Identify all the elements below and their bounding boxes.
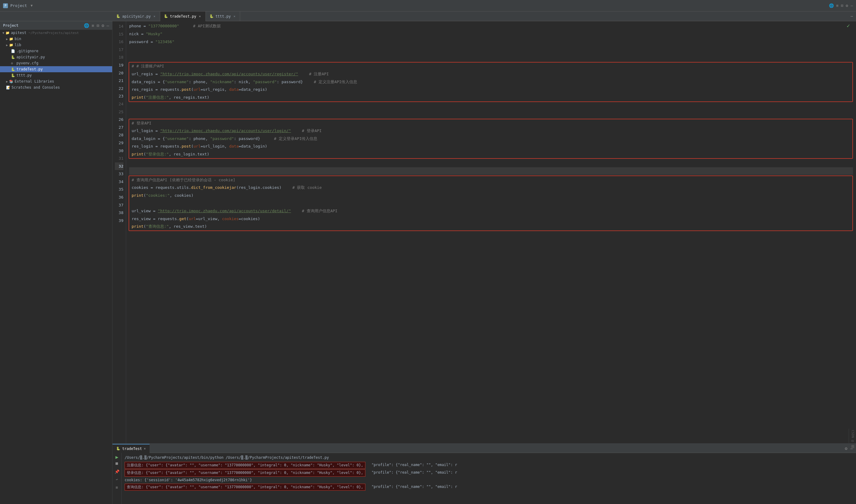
tree-label-external-libs: External Libraries xyxy=(15,79,54,84)
sidebar-item-apitest[interactable]: ▼ 📁 apitest ~/PycharmProjects/apitest xyxy=(0,30,112,36)
main-layout: Project 🌐 ≡ ⊟ ⚙ — ▼ 📁 apitest ~/PycharmP… xyxy=(0,21,856,504)
code-line-39: print("查询信息:", res_view.text) xyxy=(132,223,850,231)
sidebar-item-gitignore[interactable]: 📄 .gitignore xyxy=(0,48,112,54)
run-panel: 🐍 tradeTest ✕ ⚙ — ▶ ⏹ 📌 ↩ ≡ xyxy=(113,443,856,504)
red-block-register: # # 注册账户API url_regis = "http://trip.imo… xyxy=(129,62,853,102)
run-sidebar: ▶ ⏹ 📌 ↩ ≡ xyxy=(113,453,122,504)
run-play-btn[interactable]: ▶ xyxy=(116,454,119,460)
tab-apicityair[interactable]: 🐍 apicityair.py ✕ xyxy=(113,12,160,21)
code-line-33: # 查询用户信息API [依赖于已经登录的会话 - cookie] xyxy=(132,176,850,184)
code-line-38: res_view = requests.get(url=url_view, co… xyxy=(132,215,850,223)
output-highlight-1: 注册信息: {"user": {"avatar": "", "username"… xyxy=(125,462,365,469)
tree-label-lib: lib xyxy=(15,43,21,47)
code-line-25 xyxy=(129,110,853,119)
sidebar-item-external-libs[interactable]: ▶ 📚 External Libraries xyxy=(0,78,112,85)
sidebar-item-tradetest[interactable]: 🐍 tradeTest.py xyxy=(0,66,112,72)
code-line-16: password = "123456" xyxy=(129,38,853,46)
run-content: ▶ ⏹ 📌 ↩ ≡ /Users/▒.▒/PycharmProjects/api… xyxy=(113,453,856,504)
chevron-down-icon: ▼ xyxy=(2,31,4,35)
output-highlight-2: 登录信息: {"user": {"avatar": "", "username"… xyxy=(125,469,365,476)
bin-folder-icon: 📁 xyxy=(9,37,13,41)
sidebar-split-icon[interactable]: ⊟ xyxy=(97,23,99,28)
watermark: CSDN @浏览力量的知点 xyxy=(849,429,856,443)
sidebar-item-tttt[interactable]: 🐍 tttt.py xyxy=(0,72,112,78)
run-tab-close-icon[interactable]: ✕ xyxy=(144,447,146,451)
sidebar: Project 🌐 ≡ ⊟ ⚙ — ▼ 📁 apitest ~/PycharmP… xyxy=(0,21,113,504)
run-command-line: /Users/▒.▒/PycharmProjects/apitest/bin/p… xyxy=(125,455,853,461)
py-file-icon-2: 🐍 xyxy=(11,67,15,71)
run-pin-icon[interactable]: 📌 xyxy=(115,469,119,474)
py-icon-2: 🐍 xyxy=(164,14,168,18)
code-line-31 xyxy=(129,159,853,167)
tree-label-apicityair: apicityair.py xyxy=(16,55,45,59)
run-stop-btn[interactable]: ⏹ xyxy=(115,461,119,466)
globe-icon[interactable]: 🌐 xyxy=(829,3,834,8)
py-icon-1: 🐍 xyxy=(116,14,120,18)
red-block-query: # 查询用户信息API [依赖于已经登录的会话 - cookie] cookie… xyxy=(129,176,853,231)
code-content[interactable]: phone = "13770000000" # API测试数据 nick = "… xyxy=(126,21,856,443)
code-line-32 xyxy=(129,167,853,175)
minimize-icon[interactable]: — xyxy=(851,3,853,8)
output-line-3: cookies: {'sessionid': '4w45a4m5782hxig6… xyxy=(125,477,853,483)
root-folder-icon: 📁 xyxy=(5,31,10,35)
run-tab-tradetest[interactable]: 🐍 tradeTest ✕ xyxy=(113,444,150,453)
project-icon: P xyxy=(3,3,8,8)
lines-icon[interactable]: ≡ xyxy=(836,3,839,8)
sidebar-minimize-icon[interactable]: — xyxy=(107,23,109,28)
output-line-1: 注册信息: {"user": {"avatar": "", "username"… xyxy=(125,462,853,469)
sidebar-globe-icon[interactable]: 🌐 xyxy=(84,23,89,28)
tab-close-tttt[interactable]: ✕ xyxy=(233,15,236,18)
code-editor[interactable]: 14 15 16 17 18 19 20 21 22 23 24 25 26 2… xyxy=(113,21,856,443)
run-controls: ⚙ — xyxy=(842,446,856,451)
chevron-right-icon-lib: ▶ xyxy=(6,43,8,47)
run-close-icon[interactable]: — xyxy=(851,446,853,451)
sidebar-item-apicityair[interactable]: 🐍 apicityair.py xyxy=(0,54,112,60)
run-scroll-icon[interactable]: ≡ xyxy=(116,485,118,490)
code-line-20: url_regis = "http://trip.imooc.zhaedu.co… xyxy=(132,70,850,78)
sidebar-actions: 🌐 ≡ ⊟ ⚙ — xyxy=(84,23,109,28)
output-line-4: 查询信息: {"user": {"avatar": "", "username"… xyxy=(125,484,853,491)
run-tab-label: tradeTest xyxy=(122,447,142,451)
code-line-36 xyxy=(132,199,850,208)
run-settings-icon[interactable]: ⚙ xyxy=(845,446,847,451)
more-tabs-btn[interactable]: ⋯ xyxy=(848,14,856,19)
run-wrap-icon[interactable]: ↩ xyxy=(116,478,118,482)
tab-label-tradetest: tradeTest.py xyxy=(170,14,196,19)
tab-tradetest[interactable]: 🐍 tradeTest.py ✕ xyxy=(160,12,206,21)
sidebar-item-lib[interactable]: ▶ 📁 lib xyxy=(0,42,112,48)
gear-icon[interactable]: ⚙ xyxy=(846,3,848,8)
tree-label-tradetest: tradeTest.py xyxy=(16,67,43,71)
title-text: Project xyxy=(10,3,27,8)
cfg-file-icon: ⚙ xyxy=(11,61,15,65)
tab-tttt[interactable]: 🐍 tttt.py ✕ xyxy=(206,12,240,21)
sidebar-gear-icon[interactable]: ⚙ xyxy=(102,23,104,28)
output-cookies: cookies: {'sessionid': '4w45a4m5782hxig6… xyxy=(125,478,252,482)
sidebar-lines-icon[interactable]: ≡ xyxy=(91,23,94,28)
chevron-right-icon-bin: ▶ xyxy=(6,37,8,41)
ext-libs-icon: 📚 xyxy=(9,79,13,84)
title-dropdown[interactable]: ▼ xyxy=(31,4,33,7)
window-controls: 🌐 ≡ ⊟ ⚙ — xyxy=(829,3,853,8)
sidebar-item-pyvenv[interactable]: ⚙ pyvenv.cfg xyxy=(0,60,112,66)
code-line-29: res_login = requests.post(url=url_login,… xyxy=(132,143,850,150)
run-output-area: /Users/▒.▒/PycharmProjects/apitest/bin/p… xyxy=(122,453,856,504)
lib-folder-icon: 📁 xyxy=(9,43,13,47)
tab-close-tradetest[interactable]: ✕ xyxy=(198,15,202,18)
tree-label-apitest: apitest ~/PycharmProjects/apitest xyxy=(11,31,79,35)
py-file-icon-1: 🐍 xyxy=(11,55,15,59)
code-line-22: res_regis = requests.post(url=url_regis,… xyxy=(132,86,850,94)
tree-label-tttt: tttt.py xyxy=(16,73,32,77)
split-icon[interactable]: ⊟ xyxy=(841,3,843,8)
tab-close-apicityair[interactable]: ✕ xyxy=(153,15,156,18)
run-tab-bar: 🐍 tradeTest ✕ ⚙ — xyxy=(113,444,856,453)
output-suffix-1: "profile": {"real_name": "", "email": r xyxy=(365,462,459,469)
output-line-2: 登录信息: {"user": {"avatar": "", "username"… xyxy=(125,469,853,476)
sidebar-title: Project xyxy=(3,23,19,28)
red-block-login: # 登录API url_login = "http://trip.imooc.z… xyxy=(129,119,853,159)
tree-label-gitignore: .gitignore xyxy=(16,49,38,53)
tab-label-apicityair: apicityair.py xyxy=(122,14,151,19)
sidebar-item-scratches[interactable]: 📝 Scratches and Consoles xyxy=(0,85,112,90)
output-suffix-4: "profile": {"real_name": "", "email": r xyxy=(365,484,459,491)
sidebar-item-bin[interactable]: ▶ 📁 bin xyxy=(0,36,112,42)
code-line-26: # 登录API xyxy=(132,119,850,127)
